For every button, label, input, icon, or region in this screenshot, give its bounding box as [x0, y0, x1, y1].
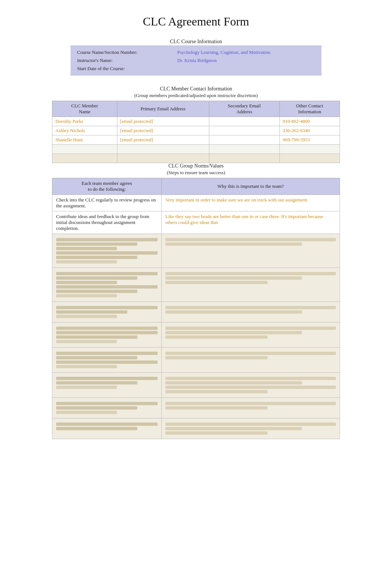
- norm-blurred-row: [52, 348, 340, 373]
- norm-action: Check into the CLC regularly to review p…: [52, 195, 162, 211]
- member-heading: CLC Member Contact Information: [52, 86, 340, 92]
- course-name-value: Psychology Learning, Cogntion, and Motiv…: [175, 48, 326, 56]
- norm-blurred-reason: [162, 268, 340, 302]
- norms-subheading: (Steps to ensure team success): [52, 170, 340, 176]
- col-member-name: CLC MemberName: [52, 101, 117, 117]
- instructor-row: Instructor's Name: Dr. Krista Bridgmon: [75, 56, 326, 65]
- norm-blurred-action: [52, 302, 162, 323]
- norm-blurred-row: [52, 302, 340, 323]
- norm-blurred-row: [52, 398, 340, 418]
- norm-blurred-action: [52, 373, 162, 398]
- norm-blurred-action: [52, 268, 162, 302]
- norm-blurred-row: [52, 373, 340, 398]
- start-date-row: Start Date of the Course:: [75, 65, 326, 73]
- course-info-bg: Course Name/Section Number: Psychology L…: [71, 45, 321, 76]
- norm-blurred-row: [52, 234, 340, 268]
- norm-row: Check into the CLC regularly to review p…: [52, 195, 340, 211]
- instructor-value: Dr. Krista Bridgmon: [175, 56, 326, 65]
- norm-blurred-row: [52, 418, 340, 439]
- norm-row: Contribute ideas and feedback to the gro…: [52, 211, 340, 234]
- norms-heading: CLC Group Norms/Values: [52, 163, 340, 169]
- norm-blurred-action: [52, 234, 162, 268]
- col-secondary-email: Secondary EmailAddress: [209, 101, 279, 117]
- norm-blurred-action: [52, 348, 162, 373]
- course-info-table: Course Name/Section Number: Psychology L…: [75, 48, 326, 73]
- norms-header-row: Each team member agreesto do the followi…: [52, 178, 340, 195]
- course-name-label: Course Name/Section Number:: [75, 48, 175, 56]
- member-section: CLC Member Contact Information (Group me…: [52, 86, 340, 163]
- member-empty-row: [52, 154, 340, 163]
- norms-table: Each team member agreesto do the followi…: [52, 178, 340, 439]
- norm-reason: Like they say two heads are better than …: [162, 211, 340, 234]
- member-table-header-row: CLC MemberName Primary Email Address Sec…: [52, 101, 340, 117]
- member-name: Shanelle Hunt: [52, 135, 117, 145]
- course-name-row: Course Name/Section Number: Psychology L…: [75, 48, 326, 56]
- col-primary-email: Primary Email Address: [117, 101, 209, 117]
- course-info-heading: CLC Course Information: [22, 39, 370, 45]
- member-primary-email: [email protected]: [117, 126, 209, 135]
- member-row: Dorothy Parks [email protected] 910-802-…: [52, 117, 340, 126]
- col-reason: Why this is important to the team?: [162, 178, 340, 195]
- norm-blurred-reason: [162, 234, 340, 268]
- norm-blurred-row: [52, 323, 340, 348]
- member-table: CLC MemberName Primary Email Address Sec…: [52, 101, 340, 163]
- norm-blurred-reason: [162, 418, 340, 439]
- col-action: Each team member agreesto do the followi…: [52, 178, 162, 195]
- col-other-contact: Other ContactInformation: [279, 101, 340, 117]
- norm-blurred-reason: [162, 373, 340, 398]
- norm-blurred-action: [52, 323, 162, 348]
- member-secondary-email: [209, 117, 279, 126]
- norm-blurred-reason: [162, 323, 340, 348]
- member-name: Ashley Nichols: [52, 126, 117, 135]
- member-primary-email: [email protected]: [117, 117, 209, 126]
- norm-blurred-action: [52, 398, 162, 418]
- course-info-section: CLC Course Information Course Name/Secti…: [22, 39, 370, 76]
- member-row: Ashley Nichols [email protected] 336-262…: [52, 126, 340, 135]
- member-row: Shanelle Hunt [email protected] 909-709-…: [52, 135, 340, 145]
- norm-blurred-row: [52, 268, 340, 302]
- instructor-label: Instructor's Name:: [75, 56, 175, 65]
- member-other-contact: 909-709-5953: [279, 135, 340, 145]
- norm-blurred-reason: [162, 302, 340, 323]
- member-empty-row: [52, 145, 340, 154]
- norms-section: CLC Group Norms/Values (Steps to ensure …: [52, 163, 340, 439]
- start-date-label: Start Date of the Course:: [75, 65, 175, 73]
- norm-action: Contribute ideas and feedback to the gro…: [52, 211, 162, 234]
- member-other-contact: 910-802-4800: [279, 117, 340, 126]
- norm-reason: Very important in order to make sure we …: [162, 195, 340, 211]
- member-secondary-email: [209, 135, 279, 145]
- member-secondary-email: [209, 126, 279, 135]
- member-primary-email: [email protected]: [117, 135, 209, 145]
- norm-blurred-reason: [162, 398, 340, 418]
- start-date-value: [175, 65, 326, 73]
- member-subheading: (Group members predicated/adjusted upon …: [52, 93, 340, 99]
- member-name: Dorothy Parks: [52, 117, 117, 126]
- page-title: CLC Agreement Form: [22, 15, 370, 28]
- norm-blurred-action: [52, 418, 162, 439]
- norm-blurred-reason: [162, 348, 340, 373]
- member-other-contact: 336-262-6340: [279, 126, 340, 135]
